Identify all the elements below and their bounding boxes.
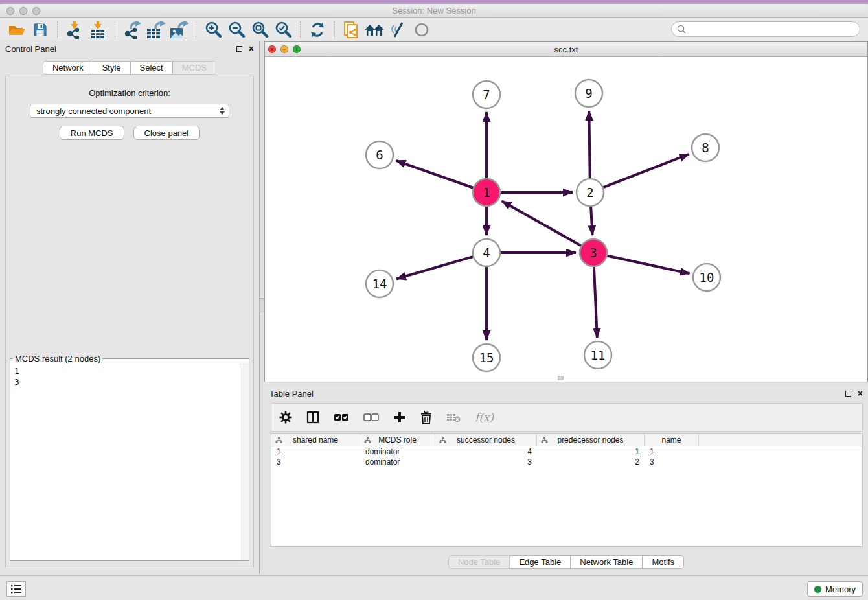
graph-edge-2-8[interactable] xyxy=(594,154,689,191)
optimization-criterion-select[interactable]: strongly connected component xyxy=(30,104,229,118)
network-canvas[interactable]: 7968124314101511 xyxy=(265,57,867,382)
network-window-titlebar[interactable]: × − + scc.txt xyxy=(265,42,867,57)
save-session-button[interactable] xyxy=(29,20,52,40)
zoom-out-button[interactable] xyxy=(225,20,248,40)
graph-edge-3-11[interactable] xyxy=(593,257,597,338)
toolbar-separator xyxy=(115,21,115,38)
network-window-title: scc.txt xyxy=(265,45,867,54)
run-mcds-button[interactable]: Run MCDS xyxy=(60,126,124,140)
tab-style[interactable]: Style xyxy=(93,61,131,75)
main-toolbar xyxy=(0,18,868,41)
show-all-networks-button[interactable] xyxy=(363,20,387,40)
tab-select[interactable]: Select xyxy=(131,61,173,75)
column-header-shared-name[interactable]: shared name xyxy=(271,434,360,446)
tab-network[interactable]: Network xyxy=(43,61,93,75)
apply-layout-button[interactable] xyxy=(306,20,329,40)
toolbar-separator xyxy=(57,21,58,38)
graph-node-label-14: 14 xyxy=(372,277,387,291)
graph-edge-3-1[interactable] xyxy=(502,201,590,251)
column-type-icon xyxy=(275,437,282,444)
refresh-layout-icon xyxy=(309,21,326,38)
close-panel-button[interactable]: Close panel xyxy=(133,126,200,140)
close-table-panel-icon[interactable]: × xyxy=(858,389,863,398)
graph-node-label-3: 3 xyxy=(589,246,597,260)
show-columns-button[interactable] xyxy=(306,411,319,424)
delete-column-button[interactable] xyxy=(420,411,432,424)
tab-network-table[interactable]: Network Table xyxy=(571,555,643,569)
optimization-criterion-value: strongly connected component xyxy=(36,106,151,116)
export-image-button[interactable] xyxy=(167,20,190,40)
window-title: Session: New Session xyxy=(0,6,868,16)
cell-name: 3 xyxy=(645,457,699,467)
column-header-name[interactable]: name xyxy=(645,434,699,446)
save-icon xyxy=(32,22,48,38)
optimization-criterion-label: Optimization criterion: xyxy=(6,88,253,98)
hide-network-button[interactable] xyxy=(387,20,410,40)
zoom-selected-button[interactable] xyxy=(271,20,295,40)
show-network-button[interactable] xyxy=(410,20,433,40)
float-panel-icon[interactable] xyxy=(236,46,242,52)
close-panel-icon[interactable]: × xyxy=(249,44,254,53)
cell-mcds-role: dominator xyxy=(360,447,435,456)
tab-mcds[interactable]: MCDS xyxy=(173,61,216,75)
select-all-rows-button[interactable] xyxy=(334,413,349,422)
cell-shared-name: 1 xyxy=(271,447,360,456)
float-table-panel-icon[interactable] xyxy=(845,391,851,397)
show-network-icon xyxy=(413,21,431,38)
graph-edge-4-14[interactable] xyxy=(396,254,483,279)
deselect-all-rows-button[interactable] xyxy=(363,413,379,422)
delete-table-icon xyxy=(446,411,461,423)
result-scrollbar[interactable] xyxy=(240,363,249,560)
column-header-successor-nodes[interactable]: successor nodes xyxy=(435,434,537,446)
column-header-predecessor-nodes[interactable]: predecessor nodes xyxy=(537,434,645,446)
export-network-button[interactable] xyxy=(120,20,144,40)
graph-node-label-9: 9 xyxy=(585,86,592,100)
graph-edge-2-9[interactable] xyxy=(589,111,590,189)
deselect-all-icon xyxy=(363,413,379,422)
zoom-in-button[interactable] xyxy=(201,20,225,40)
cell-name: 1 xyxy=(645,447,699,456)
search-field[interactable] xyxy=(671,21,860,37)
open-session-button[interactable] xyxy=(5,20,29,40)
memory-button[interactable]: Memory xyxy=(807,581,863,597)
search-input[interactable] xyxy=(687,23,860,36)
graph-node-label-6: 6 xyxy=(376,148,383,162)
export-network-icon xyxy=(122,21,142,39)
delete-table-button xyxy=(446,411,461,423)
table-panel: Table Panel × xyxy=(264,386,868,575)
control-panel: Control Panel × Network Style Select MCD… xyxy=(0,41,260,574)
tab-edge-table[interactable]: Edge Table xyxy=(510,555,571,569)
cell-mcds-role: dominator xyxy=(360,457,435,467)
zoom-fit-button[interactable] xyxy=(248,20,271,40)
graph-node-label-7: 7 xyxy=(483,87,490,102)
cell-successor-nodes: 3 xyxy=(435,457,537,467)
import-network-button[interactable] xyxy=(63,20,86,40)
memory-status-icon xyxy=(814,586,821,593)
task-history-button[interactable] xyxy=(6,581,26,597)
import-table-button[interactable] xyxy=(86,20,109,40)
graph-edge-1-6[interactable] xyxy=(396,161,483,191)
clone-network-button[interactable] xyxy=(340,20,363,40)
graph-node-label-2: 2 xyxy=(586,185,593,200)
table-panel-tabs: Node Table Edge Table Network Table Moti… xyxy=(264,555,868,569)
mcds-tab-content: Optimization criterion: strongly connect… xyxy=(5,76,254,568)
table-row[interactable]: 3 dominator 3 2 3 xyxy=(271,457,862,467)
column-type-icon xyxy=(364,437,371,444)
home-networks-icon xyxy=(364,22,386,38)
column-header-mcds-role[interactable]: MCDS role xyxy=(360,434,435,446)
mcds-result-group: MCDS result (2 nodes) 1 3 xyxy=(10,354,249,561)
table-settings-button[interactable] xyxy=(279,411,292,424)
tab-node-table[interactable]: Node Table xyxy=(448,555,510,569)
tab-motifs[interactable]: Motifs xyxy=(643,555,684,569)
clone-network-icon xyxy=(343,20,361,40)
canvas-scrollbar-thumb[interactable] xyxy=(558,376,564,380)
create-column-button[interactable] xyxy=(393,411,406,424)
table-toolbar: f(x) xyxy=(271,403,863,432)
search-icon xyxy=(676,24,687,34)
panel-divider-grip[interactable] xyxy=(259,298,264,312)
open-folder-icon xyxy=(8,22,26,38)
mcds-result-title: MCDS result (2 nodes) xyxy=(13,354,102,363)
table-row[interactable]: 1 dominator 4 1 1 xyxy=(271,446,862,457)
graph-edge-3-10[interactable] xyxy=(597,253,690,273)
export-table-button[interactable] xyxy=(144,20,167,40)
